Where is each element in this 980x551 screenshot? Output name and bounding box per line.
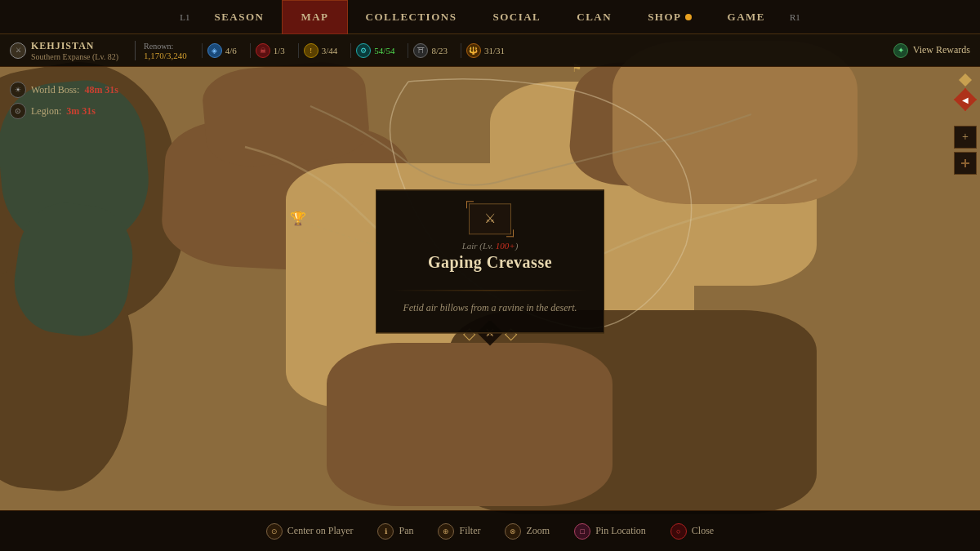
nav-map[interactable]: MAP: [282, 0, 347, 34]
close-icon: ○: [670, 523, 687, 540]
center-on-player-icon: ⊙: [266, 523, 283, 540]
legion-icon: ⊙: [10, 103, 26, 119]
tooltip-icon-box: ⚔: [469, 203, 511, 234]
pin-location-action[interactable]: □ Pin Location: [574, 523, 646, 540]
pan-icon: ℹ: [377, 523, 394, 540]
stat-icon-dungeons: ◈: [207, 43, 222, 58]
view-rewards-button[interactable]: ✦ View Rewards: [893, 43, 970, 58]
info-bar: ⚔ KEHJISTAN Southern Expanse (Lv. 82) Re…: [0, 34, 980, 67]
center-on-player-action[interactable]: ⊙ Center on Player: [266, 523, 354, 540]
stat-icon-events: !: [304, 43, 318, 58]
tooltip-header: ⚔ Lair (Lv. 100+) Gaping Crevasse: [393, 203, 587, 282]
controller-r1: R1: [783, 12, 807, 22]
stat-icon-cellars: 🔱: [466, 43, 481, 58]
nav-season[interactable]: SEASON: [196, 0, 282, 34]
tooltip-description: Fetid air billows from a ravine in the d…: [393, 300, 587, 316]
nav-social[interactable]: SOCIAL: [474, 0, 559, 34]
map-controls: ◀ +: [951, 67, 980, 181]
view-rewards-icon: ✦: [893, 43, 908, 58]
controller-l1: L1: [173, 12, 196, 22]
region-name: KEHJISTAN: [31, 40, 118, 52]
region-icon: ⚔: [10, 42, 26, 59]
stat-cellars: 🔱 31/31: [461, 43, 510, 58]
world-boss-event: ☀ World Boss: 48m 31s: [10, 82, 118, 98]
world-events: ☀ World Boss: 48m 31s ⊙ Legion: 3m 31s: [10, 82, 118, 124]
pan-control[interactable]: [954, 152, 977, 175]
nav-game[interactable]: GAME: [710, 0, 783, 34]
region-sub: Southern Expanse (Lv. 82): [31, 52, 118, 61]
shop-badge: [685, 14, 692, 20]
stat-dungeons: ◈ 4/6: [202, 43, 242, 58]
compass-diamond: [959, 73, 972, 87]
world-boss-icon: ☀: [10, 82, 26, 98]
top-navigation: L1 SEASON MAP COLLECTIONS SOCIAL CLAN SH…: [0, 0, 980, 34]
stat-waypoints: ⚙ 54/54: [350, 43, 399, 58]
stat-events: ! 3/44: [298, 43, 343, 58]
close-action[interactable]: ○ Close: [670, 523, 714, 540]
compass-arrow[interactable]: ◀: [954, 88, 977, 111]
tooltip-content: ⚔ Lair (Lv. 100+) Gaping Crevasse Fetid …: [376, 189, 604, 333]
nav-shop[interactable]: SHOP: [630, 0, 709, 34]
stat-waypoints-value: 54/54: [374, 46, 394, 56]
zoom-in-button[interactable]: +: [954, 126, 977, 149]
tooltip-icon: ⚔: [484, 211, 496, 226]
tooltip-divider: [393, 290, 587, 291]
bottom-bar: ⊙ Center on Player ℹ Pan ⊕ Filter ⊗ Zoom…: [0, 510, 980, 551]
zoom-action[interactable]: ⊗ Zoom: [505, 523, 550, 540]
location-tooltip: ⚔ Lair (Lv. 100+) Gaping Crevasse Fetid …: [376, 189, 604, 333]
nav-clan[interactable]: CLAN: [559, 0, 630, 34]
stat-icon-waypoints: ⚙: [356, 43, 371, 58]
tooltip-type: Lair (Lv. 100+): [462, 241, 519, 251]
stat-icon-strongholds: ⛩: [413, 43, 428, 58]
zoom-icon: ⊗: [505, 523, 521, 540]
pan-action[interactable]: ℹ Pan: [377, 523, 413, 540]
filter-action[interactable]: ⊕ Filter: [438, 523, 480, 540]
pin-location-icon: □: [574, 523, 590, 540]
renown-info: Renown: 1,170/3,240: [135, 41, 187, 60]
tooltip-name: Gaping Crevasse: [428, 253, 552, 272]
stat-bosses: ☠ 1/3: [250, 43, 290, 58]
map-marker-chalice: 🏆: [290, 211, 306, 226]
renown-value: 1,170/3,240: [144, 51, 187, 60]
legion-event: ⊙ Legion: 3m 31s: [10, 103, 118, 119]
stat-strongholds: ⛩ 8/23: [408, 43, 452, 58]
filter-icon: ⊕: [438, 523, 454, 540]
nav-collections[interactable]: COLLECTIONS: [348, 0, 475, 34]
region-info: ⚔ KEHJISTAN Southern Expanse (Lv. 82): [10, 40, 118, 61]
stat-icon-bosses: ☠: [256, 43, 270, 58]
